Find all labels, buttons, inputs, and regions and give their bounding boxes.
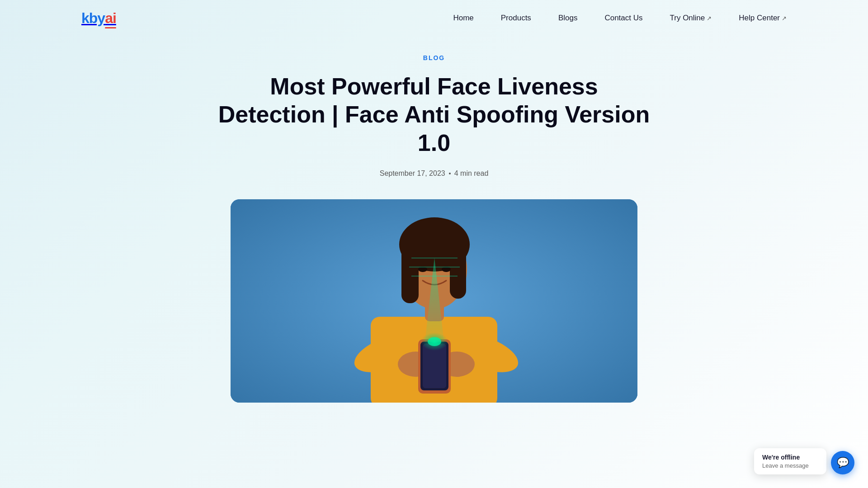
nav-try-online[interactable]: Try Online ↗ [670, 14, 712, 23]
help-center-label: Help Center [739, 14, 780, 23]
svg-point-16 [410, 222, 459, 249]
external-link-icon-2: ↗ [782, 15, 787, 22]
svg-point-17 [418, 267, 427, 272]
blog-category-label: BLOG [423, 54, 445, 61]
svg-rect-15 [450, 240, 466, 299]
main-nav: Home Products Blogs Contact Us Try Onlin… [453, 14, 787, 23]
nav-help-center[interactable]: Help Center ↗ [739, 14, 787, 23]
chat-button[interactable]: 💬 [831, 451, 854, 474]
svg-point-24 [428, 337, 441, 346]
main-content: BLOG Most Powerful Face Liveness Detecti… [0, 36, 868, 430]
logo-kby-text: kby [81, 10, 105, 27]
svg-point-18 [442, 267, 451, 272]
nav-products[interactable]: Products [501, 14, 531, 23]
logo[interactable]: kbyai [81, 10, 116, 27]
article-date: September 17, 2023 [380, 169, 445, 178]
hero-image-bg [231, 199, 637, 403]
chat-widget: We're offline Leave a message 💬 [754, 448, 854, 474]
chat-bubble: We're offline Leave a message [754, 448, 826, 474]
nav-contact-us[interactable]: Contact Us [604, 14, 642, 23]
nav-home[interactable]: Home [453, 14, 473, 23]
nav-blogs[interactable]: Blogs [558, 14, 578, 23]
svg-rect-14 [401, 240, 419, 303]
hero-svg [231, 199, 637, 403]
try-online-label: Try Online [670, 14, 705, 23]
site-header: kbyai Home Products Blogs Contact Us Try… [0, 0, 868, 36]
chat-status: We're offline [762, 454, 818, 461]
external-link-icon: ↗ [707, 15, 712, 22]
chat-icon: 💬 [837, 457, 849, 469]
logo-ai-text: ai [105, 10, 116, 27]
hero-image [231, 199, 637, 403]
article-read-time: 4 min read [454, 169, 489, 178]
chat-cta: Leave a message [762, 462, 818, 469]
meta-separator [449, 173, 451, 174]
article-title: Most Powerful Face Liveness Detection | … [217, 72, 651, 157]
article-meta: September 17, 2023 4 min read [380, 169, 489, 178]
